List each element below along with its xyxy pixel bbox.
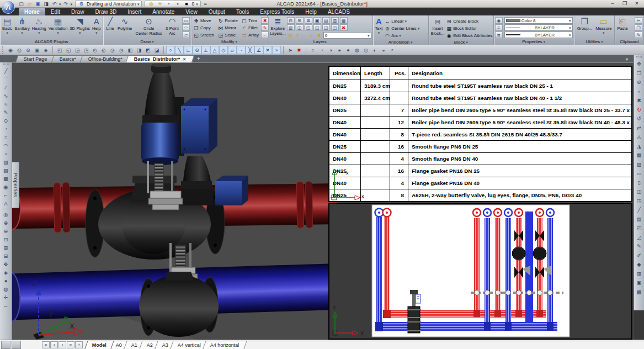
snap-toggle-icon[interactable]: ✖ [295,46,304,54]
modify-tool-button[interactable]: ⋈ Mirror [217,24,238,31]
dock-button[interactable] [1,341,10,349]
view-orientation-icon[interactable]: ◪ [152,46,161,54]
layer-state-icon[interactable]: ▫ [301,32,308,39]
modify-tool-icon[interactable]: ✐ [635,251,644,261]
visual-style-icon[interactable]: ● [344,46,353,54]
view-orientation-icon[interactable]: ◵ [99,46,108,54]
draw-shape-button[interactable]: ▱ [182,31,190,38]
object-snap-icon[interactable]: ✕ [263,46,272,54]
zoom-tool-icon[interactable]: ● [1,277,11,285]
group-button[interactable]: ❐ Group... [576,17,593,31]
object-snap-icon[interactable]: ⊙ [193,46,201,54]
visual-style-icon[interactable]: ◕ [335,46,344,54]
modify-tool-icon[interactable]: ▣ [635,278,644,288]
menu-item[interactable]: Output [203,8,231,15]
object-snap-icon[interactable]: ◇ [219,46,228,54]
layer-tool-button[interactable]: ▦ [340,17,348,24]
layer-tool-button[interactable]: ◱ [313,24,321,31]
draw-tool-icon[interactable]: A [1,199,11,208]
object-snap-icon[interactable]: ○ [166,46,175,54]
modify-tool-icon[interactable]: ⊘ [635,78,644,87]
modify-tool-icon[interactable]: ↻ [635,105,644,115]
plugin-button[interactable]: ♨ Heating ▾ [31,17,47,35]
layout-nav-button[interactable]: › [58,341,66,348]
dock-button[interactable] [12,341,21,349]
layout-tab[interactable]: Model [84,341,114,349]
menu-item[interactable]: Draw [66,8,89,15]
close-button[interactable]: ✕ [631,0,643,7]
object-snap-icon[interactable]: ╳ [246,46,254,54]
layout-nav-button[interactable]: » [67,341,74,348]
draw-tool-button[interactable]: ╱ Line [105,17,115,36]
modify-tool-icon[interactable]: ▦ [635,151,644,160]
draw-tool-icon[interactable]: ▦ [1,174,11,183]
annotation-tool-button[interactable]: ↔ Linear ▾ [384,18,420,25]
draw-tool-icon[interactable]: ⌐ [1,191,11,199]
menu-item[interactable]: Home [19,8,45,15]
layer-state-icon[interactable]: ◍ [287,32,294,39]
layout-tab[interactable]: A4 horizontal [203,341,247,349]
zoom-tool-icon[interactable]: ⊕ [1,219,11,227]
close-icon[interactable]: ✕ [183,57,187,62]
linetype-dropdown[interactable]: BYLAYER ▾ [504,24,573,31]
view-orientation-icon[interactable]: ◱ [64,46,73,54]
draw-tool-button[interactable]: ∿ Polyline [116,17,133,36]
layer-tool-button[interactable]: ▤ [322,17,330,24]
visibility-tool-icon[interactable]: ▣ [33,46,41,54]
layer-tool-button[interactable]: ◰ [305,24,312,31]
plugin-button[interactable]: A Help ▾ [91,17,102,35]
object-snap-icon[interactable]: ∙ [237,46,246,54]
clipboard-extra-button[interactable]: ❐ [635,24,642,31]
toolbar-drag-handle[interactable] [2,46,4,54]
properties-panel-tab[interactable]: Properties [12,162,19,208]
zoom-tool-icon[interactable]: ⊖ [1,227,11,235]
open-file-icon[interactable]: ▱ [26,1,33,7]
modify-tool-button[interactable]: ❐ Copy [193,24,215,31]
modify-tool-icon[interactable]: ✖ [635,96,644,105]
draw-tool-icon[interactable]: ◠ [1,141,11,150]
annotation-tool-button[interactable]: ⊕ Center Lines ▾ [384,25,420,32]
tab-overflow-icon[interactable]: ▾ [626,57,628,62]
object-snap-icon[interactable]: ▱ [228,46,237,54]
view-orientation-icon[interactable]: ◰ [55,46,64,54]
minimize-button[interactable]: – [606,0,619,7]
object-snap-icon[interactable]: » [272,46,281,54]
layer-tool-button[interactable]: ▧ [287,24,295,31]
modify-tool-icon[interactable]: ◆ [635,260,644,269]
plugin-button[interactable]: ◥ 3D-Plugins ▾ [68,17,91,35]
document-tab[interactable]: Office-Building* ✕ [79,55,130,62]
layer-tool-button[interactable]: ⊠ [305,17,312,24]
menu-item[interactable]: View [180,8,203,15]
object-snap-icon[interactable]: △ [210,46,219,54]
draw-tool-icon[interactable]: ▨ [1,158,11,166]
draw-shape-button[interactable]: ▭ [182,17,190,24]
annotation-tool-button[interactable]: ◠ Arc ▾ [384,32,420,39]
layer-tool-button[interactable]: ⊞ [296,17,304,24]
draw-tool-icon[interactable]: ≈ [1,100,11,108]
new-tab-button[interactable]: + [197,56,200,62]
property-type-icon[interactable]: ≡ [495,24,503,31]
object-snap-icon[interactable]: ⊥ [201,46,210,54]
modify-tool-icon[interactable]: ◳ [635,197,644,206]
layout-nav-button[interactable]: ‹ [50,341,58,348]
plugin-button[interactable]: ▤ Basic ▾ [1,17,13,35]
zoom-tool-icon[interactable]: ◎ [1,210,11,219]
visibility-tool-icon[interactable]: ◈ [41,46,50,54]
modify-tool-button[interactable]: ▢ Trim [241,17,259,24]
clipboard-extra-button[interactable]: ✎ [635,31,642,38]
lineweight-dropdown[interactable]: BYLAYER ▾ [504,31,573,38]
layout-nav-button[interactable]: + [75,341,83,348]
zoom-tool-icon[interactable]: ✥ [1,260,11,268]
visual-style-icon[interactable]: ◍ [353,46,361,54]
toolbar-options-icon[interactable]: ≡ [202,1,209,7]
draw-tool-icon[interactable]: ◉ [1,183,11,191]
layer-tool-button[interactable]: ⊟ [287,17,295,24]
draw-tool-icon[interactable]: ◔ [1,125,11,133]
visual-style-icon[interactable]: ◐ [370,46,379,54]
zoom-tool-icon[interactable]: ⊞ [1,244,11,252]
visibility-tool-icon[interactable]: ◎ [15,46,24,54]
menu-item[interactable]: Edit [45,8,66,15]
render-icon[interactable]: ◨ [42,1,50,7]
text-button[interactable]: A Text ▾ [374,17,384,35]
block-tool-button[interactable]: ◉ Edit Block Attributes [445,32,493,39]
